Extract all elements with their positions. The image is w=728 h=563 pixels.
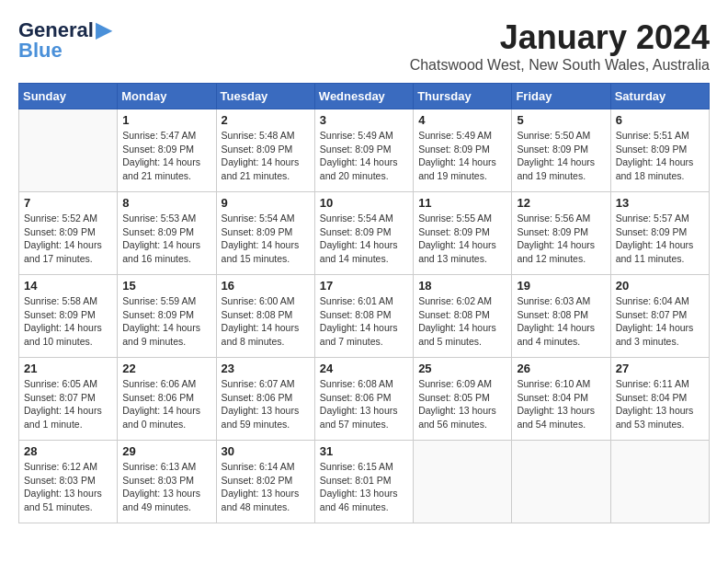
calendar-cell <box>19 109 118 192</box>
calendar-cell: 18Sunrise: 6:02 AMSunset: 8:08 PMDayligh… <box>414 275 512 358</box>
day-info: Sunrise: 5:49 AMSunset: 8:09 PMDaylight:… <box>418 129 506 183</box>
day-header-thursday: Thursday <box>414 84 512 109</box>
calendar-cell: 4Sunrise: 5:49 AMSunset: 8:09 PMDaylight… <box>414 109 512 192</box>
day-info: Sunrise: 6:11 AMSunset: 8:04 PMDaylight:… <box>616 377 704 431</box>
day-number: 17 <box>320 279 408 293</box>
page-header: General ▶ Blue January 2024 Chatswood We… <box>18 18 710 74</box>
day-info: Sunrise: 5:53 AMSunset: 8:09 PMDaylight:… <box>122 212 210 266</box>
day-number: 27 <box>616 362 704 375</box>
calendar-cell: 20Sunrise: 6:04 AMSunset: 8:07 PMDayligh… <box>610 275 709 358</box>
calendar-cell: 25Sunrise: 6:09 AMSunset: 8:05 PMDayligh… <box>414 358 512 441</box>
calendar-cell: 19Sunrise: 6:03 AMSunset: 8:08 PMDayligh… <box>512 275 610 358</box>
day-number: 1 <box>122 113 210 127</box>
day-info: Sunrise: 5:59 AMSunset: 8:09 PMDaylight:… <box>122 294 210 349</box>
day-info: Sunrise: 6:07 AMSunset: 8:06 PMDaylight:… <box>222 377 310 431</box>
day-info: Sunrise: 6:01 AMSunset: 8:08 PMDaylight:… <box>320 294 408 349</box>
day-number: 30 <box>222 444 310 458</box>
calendar-cell: 16Sunrise: 6:00 AMSunset: 8:08 PMDayligh… <box>216 275 314 358</box>
title-section: January 2024 Chatswood West, New South W… <box>410 18 710 74</box>
day-info: Sunrise: 5:54 AMSunset: 8:09 PMDaylight:… <box>320 212 408 266</box>
calendar-cell <box>610 441 709 523</box>
day-number: 12 <box>517 196 605 210</box>
day-info: Sunrise: 6:05 AMSunset: 8:07 PMDaylight:… <box>24 377 112 431</box>
calendar-cell: 27Sunrise: 6:11 AMSunset: 8:04 PMDayligh… <box>610 358 709 441</box>
day-info: Sunrise: 6:08 AMSunset: 8:06 PMDaylight:… <box>320 377 408 431</box>
week-row-3: 14Sunrise: 5:58 AMSunset: 8:09 PMDayligh… <box>19 275 710 358</box>
day-number: 10 <box>320 196 408 210</box>
calendar-cell: 26Sunrise: 6:10 AMSunset: 8:04 PMDayligh… <box>512 358 610 441</box>
day-number: 7 <box>24 196 112 210</box>
day-number: 19 <box>517 279 605 293</box>
day-number: 3 <box>320 113 408 127</box>
day-header-saturday: Saturday <box>610 84 709 109</box>
logo-bird-icon: ▶ <box>96 18 111 42</box>
calendar-table: SundayMondayTuesdayWednesdayThursdayFrid… <box>18 83 710 523</box>
day-number: 24 <box>320 362 408 375</box>
day-info: Sunrise: 5:56 AMSunset: 8:09 PMDaylight:… <box>517 212 605 266</box>
week-row-4: 21Sunrise: 6:05 AMSunset: 8:07 PMDayligh… <box>19 358 710 441</box>
day-header-sunday: Sunday <box>19 84 118 109</box>
day-number: 25 <box>418 362 506 375</box>
month-title: January 2024 <box>410 18 710 57</box>
day-number: 14 <box>24 279 112 293</box>
day-info: Sunrise: 5:49 AMSunset: 8:09 PMDaylight:… <box>320 129 408 183</box>
day-info: Sunrise: 5:52 AMSunset: 8:09 PMDaylight:… <box>24 212 112 266</box>
calendar-cell: 17Sunrise: 6:01 AMSunset: 8:08 PMDayligh… <box>314 275 413 358</box>
week-row-1: 1Sunrise: 5:47 AMSunset: 8:09 PMDaylight… <box>19 109 710 192</box>
calendar-cell: 31Sunrise: 6:15 AMSunset: 8:01 PMDayligh… <box>314 441 413 523</box>
day-info: Sunrise: 6:03 AMSunset: 8:08 PMDaylight:… <box>517 294 605 349</box>
day-info: Sunrise: 6:15 AMSunset: 8:01 PMDaylight:… <box>320 460 408 514</box>
calendar-cell: 29Sunrise: 6:13 AMSunset: 8:03 PMDayligh… <box>118 441 216 523</box>
calendar-cell <box>414 441 512 523</box>
day-header-friday: Friday <box>512 84 610 109</box>
calendar-cell: 7Sunrise: 5:52 AMSunset: 8:09 PMDaylight… <box>19 192 118 275</box>
day-number: 18 <box>418 279 506 293</box>
calendar-cell: 21Sunrise: 6:05 AMSunset: 8:07 PMDayligh… <box>19 358 118 441</box>
calendar-cell: 9Sunrise: 5:54 AMSunset: 8:09 PMDaylight… <box>216 192 314 275</box>
day-number: 20 <box>616 279 704 293</box>
calendar-cell: 13Sunrise: 5:57 AMSunset: 8:09 PMDayligh… <box>610 192 709 275</box>
calendar-cell: 22Sunrise: 6:06 AMSunset: 8:06 PMDayligh… <box>118 358 216 441</box>
day-info: Sunrise: 6:10 AMSunset: 8:04 PMDaylight:… <box>517 377 605 431</box>
day-number: 8 <box>122 196 210 210</box>
logo-blue: Blue <box>18 39 63 63</box>
calendar-cell: 28Sunrise: 6:12 AMSunset: 8:03 PMDayligh… <box>19 441 118 523</box>
day-info: Sunrise: 6:06 AMSunset: 8:06 PMDaylight:… <box>122 377 210 431</box>
day-number: 13 <box>616 196 704 210</box>
day-number: 31 <box>320 444 408 458</box>
day-number: 23 <box>222 362 310 375</box>
calendar-cell: 12Sunrise: 5:56 AMSunset: 8:09 PMDayligh… <box>512 192 610 275</box>
location-subtitle: Chatswood West, New South Wales, Austral… <box>410 57 710 74</box>
calendar-cell: 1Sunrise: 5:47 AMSunset: 8:09 PMDaylight… <box>118 109 216 192</box>
day-number: 9 <box>222 196 310 210</box>
day-info: Sunrise: 6:00 AMSunset: 8:08 PMDaylight:… <box>222 294 310 349</box>
logo: General ▶ Blue <box>18 18 111 63</box>
calendar-cell: 14Sunrise: 5:58 AMSunset: 8:09 PMDayligh… <box>19 275 118 358</box>
day-number: 4 <box>418 113 506 127</box>
week-row-5: 28Sunrise: 6:12 AMSunset: 8:03 PMDayligh… <box>19 441 710 523</box>
calendar-cell: 8Sunrise: 5:53 AMSunset: 8:09 PMDaylight… <box>118 192 216 275</box>
day-info: Sunrise: 5:57 AMSunset: 8:09 PMDaylight:… <box>616 212 704 266</box>
week-row-2: 7Sunrise: 5:52 AMSunset: 8:09 PMDaylight… <box>19 192 710 275</box>
calendar-cell: 30Sunrise: 6:14 AMSunset: 8:02 PMDayligh… <box>216 441 314 523</box>
calendar-cell: 24Sunrise: 6:08 AMSunset: 8:06 PMDayligh… <box>314 358 413 441</box>
day-number: 22 <box>122 362 210 375</box>
day-info: Sunrise: 5:48 AMSunset: 8:09 PMDaylight:… <box>222 129 310 183</box>
day-info: Sunrise: 5:54 AMSunset: 8:09 PMDaylight:… <box>222 212 310 266</box>
day-info: Sunrise: 6:04 AMSunset: 8:07 PMDaylight:… <box>616 294 704 349</box>
day-header-wednesday: Wednesday <box>314 84 413 109</box>
day-number: 11 <box>418 196 506 210</box>
calendar-cell: 11Sunrise: 5:55 AMSunset: 8:09 PMDayligh… <box>414 192 512 275</box>
calendar-cell: 15Sunrise: 5:59 AMSunset: 8:09 PMDayligh… <box>118 275 216 358</box>
calendar-header-row: SundayMondayTuesdayWednesdayThursdayFrid… <box>19 84 710 109</box>
day-number: 26 <box>517 362 605 375</box>
calendar-cell: 23Sunrise: 6:07 AMSunset: 8:06 PMDayligh… <box>216 358 314 441</box>
day-number: 29 <box>122 444 210 458</box>
day-info: Sunrise: 6:12 AMSunset: 8:03 PMDaylight:… <box>24 460 112 514</box>
day-info: Sunrise: 5:51 AMSunset: 8:09 PMDaylight:… <box>616 129 704 183</box>
day-header-monday: Monday <box>118 84 216 109</box>
day-info: Sunrise: 6:14 AMSunset: 8:02 PMDaylight:… <box>222 460 310 514</box>
day-number: 28 <box>24 444 112 458</box>
day-number: 21 <box>24 362 112 375</box>
calendar-cell: 2Sunrise: 5:48 AMSunset: 8:09 PMDaylight… <box>216 109 314 192</box>
